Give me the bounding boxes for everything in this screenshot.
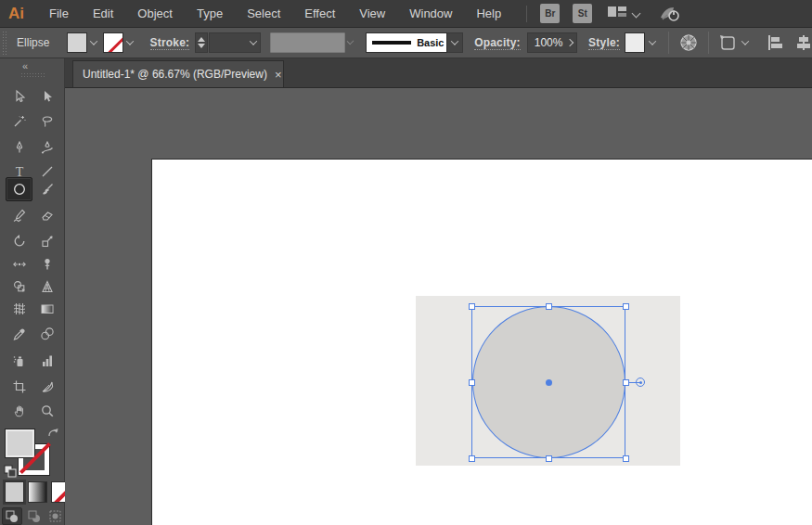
tool-ellipse[interactable] — [6, 177, 32, 201]
fill-proxy-swatch[interactable] — [5, 429, 35, 458]
stepper-up-icon[interactable] — [198, 37, 205, 42]
menu-item-effect[interactable]: Effect — [292, 0, 347, 27]
menu-item-file[interactable]: File — [37, 0, 81, 27]
align-center-button[interactable] — [795, 34, 812, 51]
selection-center-point[interactable] — [546, 379, 552, 386]
tools-panel: « T — [0, 58, 65, 525]
tool-hand[interactable] — [6, 399, 32, 423]
tool-artboard[interactable] — [6, 375, 32, 399]
tool-selection[interactable] — [6, 84, 32, 109]
tools-panel-grip[interactable] — [20, 72, 45, 77]
rotate-icon — [12, 234, 27, 249]
fill-swatch[interactable] — [67, 32, 87, 53]
menu-item-window[interactable]: Window — [397, 0, 464, 27]
draw-normal-button[interactable] — [2, 507, 22, 525]
gradient-icon — [40, 301, 55, 316]
swap-fill-stroke-icon[interactable] — [47, 427, 60, 443]
align-left-button[interactable] — [767, 34, 783, 51]
style-swatch[interactable] — [625, 32, 645, 53]
chevron-down-icon[interactable] — [447, 32, 463, 53]
tool-lasso[interactable] — [33, 109, 60, 134]
stroke-weight-stepper[interactable] — [195, 32, 207, 53]
chevron-down-icon[interactable] — [87, 32, 101, 53]
tool-rotate[interactable] — [6, 229, 32, 253]
shape-options-button[interactable] — [718, 32, 748, 53]
panel-grip[interactable] — [2, 31, 7, 55]
workspace-switcher-button[interactable] — [607, 5, 639, 22]
canvas-area[interactable] — [65, 88, 812, 525]
selection-handle[interactable] — [623, 303, 629, 310]
tool-width[interactable] — [6, 252, 32, 276]
graphic-style-control[interactable] — [625, 32, 659, 53]
stepper-down-icon[interactable] — [198, 44, 205, 48]
selection-handle[interactable] — [546, 455, 552, 462]
selection-handle[interactable] — [469, 379, 475, 386]
brush-definition-face[interactable]: Basic — [366, 32, 447, 53]
tool-puppet-warp[interactable] — [33, 252, 60, 276]
selection-handle[interactable] — [546, 303, 552, 310]
menu-item-view[interactable]: View — [347, 0, 397, 27]
gpu-performance-button[interactable] — [658, 5, 684, 23]
tool-pen[interactable] — [6, 135, 32, 160]
brush-definition-combo[interactable]: Basic — [366, 32, 463, 53]
draw-behind-icon — [28, 510, 41, 523]
curvature-icon — [40, 140, 55, 155]
bridge-button[interactable]: Br — [540, 4, 560, 23]
tool-shape-builder[interactable] — [6, 275, 32, 299]
stroke-color-control[interactable] — [103, 32, 137, 53]
tool-eyedropper[interactable] — [6, 322, 32, 346]
stroke-weight-combo[interactable] — [209, 32, 262, 53]
tool-direct-selection[interactable] — [33, 84, 60, 109]
menu-bar: Ai FileEditObjectTypeSelectEffectViewWin… — [0, 0, 812, 28]
tool-eraser[interactable] — [33, 203, 60, 227]
stroke-swatch-none[interactable] — [103, 32, 123, 53]
stroke-weight-label[interactable]: Stroke: — [150, 36, 190, 50]
draw-inside-button[interactable] — [45, 507, 66, 525]
tool-column-graph[interactable] — [33, 349, 60, 373]
collapse-panel-button[interactable]: « — [22, 60, 26, 71]
illustrator-window: Ai FileEditObjectTypeSelectEffectViewWin… — [0, 0, 812, 525]
opacity-value[interactable]: 100% — [528, 36, 563, 49]
tool-perspective-grid[interactable] — [33, 275, 60, 299]
opacity-field[interactable]: 100% — [527, 32, 577, 53]
hand-icon — [12, 403, 27, 418]
gradient-mode-button[interactable] — [28, 481, 47, 503]
menu-item-edit[interactable]: Edit — [81, 0, 125, 27]
opacity-label[interactable]: Opacity: — [474, 36, 521, 50]
recolor-artwork-button[interactable] — [678, 32, 699, 53]
chevron-down-icon[interactable] — [123, 32, 137, 53]
chevron-down-icon[interactable] — [645, 32, 659, 53]
color-mode-button[interactable] — [5, 481, 24, 503]
tool-scale[interactable] — [33, 229, 60, 253]
tool-zoom[interactable] — [33, 399, 60, 423]
menu-item-select[interactable]: Select — [235, 0, 292, 27]
style-label[interactable]: Style: — [588, 36, 620, 50]
menu-item-type[interactable]: Type — [185, 0, 235, 27]
align-center-icon — [795, 34, 812, 51]
selection-handle[interactable] — [469, 455, 475, 462]
close-tab-icon[interactable]: × — [275, 68, 282, 82]
draw-behind-button[interactable] — [24, 507, 45, 525]
shaper-icon — [12, 208, 27, 223]
tool-blend[interactable] — [33, 322, 60, 346]
tool-curvature[interactable] — [33, 135, 60, 160]
stock-button[interactable]: St — [573, 4, 592, 23]
selection-handle[interactable] — [623, 455, 629, 462]
selection-handle[interactable] — [623, 379, 629, 386]
menu-item-object[interactable]: Object — [125, 0, 185, 27]
tool-gradient[interactable] — [33, 297, 60, 321]
tool-paintbrush[interactable] — [33, 177, 60, 201]
chevron-right-icon[interactable] — [563, 40, 576, 45]
pie-widget-handle[interactable] — [636, 378, 645, 387]
tool-symbol-sprayer[interactable] — [6, 349, 32, 373]
tool-slice[interactable] — [33, 375, 60, 399]
tool-mesh[interactable] — [6, 297, 32, 321]
fill-color-control[interactable] — [67, 32, 101, 53]
menu-item-help[interactable]: Help — [464, 0, 513, 27]
default-fill-stroke-icon[interactable] — [4, 465, 18, 482]
selection-handle[interactable] — [469, 303, 475, 310]
tool-shaper[interactable] — [6, 203, 32, 227]
document-tab[interactable]: Untitled-1* @ 66.67% (RGB/Preview) × — [72, 60, 284, 87]
menubar-divider — [526, 6, 527, 22]
tool-magic-wand[interactable] — [6, 109, 32, 134]
